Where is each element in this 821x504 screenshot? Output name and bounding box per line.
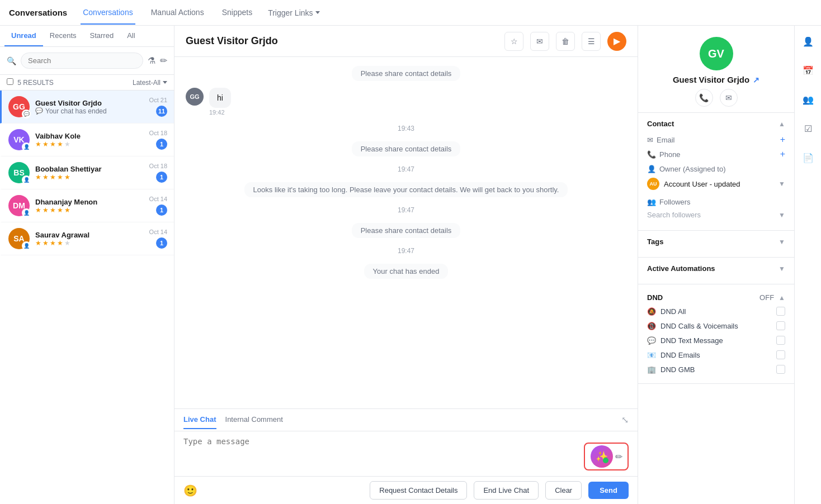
nav-tab-trigger-links[interactable]: Trigger Links [268, 8, 319, 17]
compose-textarea[interactable] [183, 437, 629, 464]
star-2: ★ [43, 140, 49, 148]
ai-overlay: ✨ ✏ [584, 443, 629, 470]
compose-tab-bar: Live Chat Internal Comment ⤡ [174, 409, 638, 431]
sidebar-tab-recents[interactable]: Recents [43, 26, 83, 46]
rail-people-icon[interactable]: 👥 [799, 91, 817, 108]
add-phone-button[interactable]: + [780, 149, 785, 159]
conv-date-3: Oct 18 [149, 163, 167, 169]
conversation-item-4[interactable]: DM 👤 Dhananjay Menon ★ ★ ★ ★ ★ [0, 189, 174, 222]
edit-icon[interactable]: ✏ [160, 55, 167, 66]
nav-tab-snippets[interactable]: Snippets [220, 1, 254, 25]
email-button[interactable]: ✉ [530, 32, 549, 51]
nav-tab-conversations[interactable]: Conversations [81, 1, 135, 25]
dnd-gmb-checkbox[interactable] [776, 365, 785, 374]
external-link-icon[interactable]: ↗ [753, 75, 759, 84]
sidebar-tab-starred[interactable]: Starred [83, 26, 121, 46]
compose-area: Live Chat Internal Comment ⤡ ✨ ✏ 🙂 Reque… [174, 408, 638, 504]
select-all-checkbox[interactable] [7, 78, 13, 85]
conversation-item-5[interactable]: SA 👤 Saurav Agrawal ★ ★ ★ ★ ★ [0, 222, 174, 255]
trigger-links-chevron-icon [315, 11, 320, 14]
sort-dropdown[interactable]: Latest-All [133, 79, 167, 87]
add-email-button[interactable]: + [780, 135, 785, 145]
timestamp-1943: 19:43 [186, 125, 626, 132]
chat-area: Guest Visitor Grjdo ☆ ✉ 🗑 ☰ ▶ Please sha… [174, 26, 638, 504]
ai-magic-icon[interactable]: ✨ [591, 445, 613, 468]
star-2: ★ [43, 239, 49, 247]
dnd-all-row: 🔕 DND All [647, 304, 785, 318]
star-4: ★ [57, 140, 63, 148]
conv-date-4: Oct 14 [149, 196, 167, 202]
conv-meta-3: Oct 18 1 [149, 163, 167, 183]
delete-button[interactable]: 🗑 [556, 32, 575, 51]
system-msg-3: Looks like it's taking too long. Please … [244, 182, 568, 197]
conv-body-3: Boobalan Shettiyar ★ ★ ★ ★ ★ [35, 165, 144, 181]
clear-button[interactable]: Clear [545, 481, 582, 500]
filter-row: 5 RESULTS Latest-All [0, 75, 174, 91]
owner-icon: 👤 [647, 165, 656, 173]
rail-calendar-icon[interactable]: 📅 [799, 61, 817, 79]
chat-icon-1: 💬 [35, 107, 43, 115]
send-button[interactable]: Send [588, 482, 629, 499]
dnd-collapse-icon: ▲ [778, 294, 785, 302]
request-contact-details-button[interactable]: Request Contact Details [370, 481, 467, 500]
conversation-list: GG 💬 Guest Visitor Grjdo 💬 Your chat has… [0, 91, 174, 504]
tags-expand-icon: ▼ [778, 238, 785, 246]
owner-avatar: AU [647, 178, 659, 190]
dnd-all-icon: 🔕 [647, 307, 656, 316]
bubble-avatar: GG [186, 88, 204, 106]
automations-section-header[interactable]: Active Automations ▼ [647, 264, 785, 273]
dnd-all-checkbox[interactable] [776, 307, 785, 316]
pencil-icon[interactable]: ✏ [615, 451, 622, 462]
system-msg-4: Please share contact details [352, 223, 461, 238]
compose-expand-icon[interactable]: ⤡ [621, 415, 629, 425]
conversation-item-1[interactable]: GG 💬 Guest Visitor Grjdo 💬 Your chat has… [0, 91, 174, 123]
dnd-emails-label: 📧 DND Emails [647, 351, 700, 359]
compose-tab-live-chat[interactable]: Live Chat [183, 411, 216, 429]
filter-button[interactable]: ☰ [582, 32, 601, 51]
search-followers-text[interactable]: Search followers [647, 211, 701, 219]
sidebar-tab-unread[interactable]: Unread [4, 26, 43, 46]
bubble-text: hi [209, 88, 231, 108]
nav-tab-manual-actions[interactable]: Manual Actions [149, 1, 206, 25]
chat-header: Guest Visitor Grjdo ☆ ✉ 🗑 ☰ ▶ [174, 26, 638, 57]
timestamp-1947-a: 19:47 [186, 165, 626, 173]
followers-collapse-icon: ▼ [778, 211, 785, 219]
compose-input-area: ✨ ✏ [174, 431, 638, 476]
star-2: ★ [43, 173, 49, 181]
dnd-emails-checkbox[interactable] [776, 350, 785, 359]
conv-body-1: Guest Visitor Grjdo 💬 Your chat has ende… [35, 99, 144, 115]
conv-badge-2: 1 [156, 139, 167, 150]
expand-button[interactable]: ▶ [607, 32, 626, 51]
conv-name-2: Vaibhav Kole [35, 132, 144, 140]
dnd-text-checkbox[interactable] [776, 336, 785, 345]
search-input[interactable] [21, 53, 143, 69]
conv-body-5: Saurav Agrawal ★ ★ ★ ★ ★ [35, 231, 144, 247]
tags-section-header[interactable]: Tags ▼ [647, 237, 785, 246]
conversation-item-2[interactable]: VK 👤 Vaibhav Kole ★ ★ ★ ★ ★ [0, 123, 174, 156]
conversation-item-3[interactable]: BS 👤 Boobalan Shettiyar ★ ★ ★ ★ ★ [0, 156, 174, 189]
rail-person-icon[interactable]: 👤 [799, 32, 817, 50]
phone-button[interactable]: 📞 [695, 89, 713, 107]
dnd-calls-checkbox[interactable] [776, 321, 785, 330]
star-4: ★ [57, 206, 63, 214]
timestamp-1947-b: 19:47 [186, 206, 626, 214]
conv-date-2: Oct 18 [149, 130, 167, 136]
end-live-chat-button[interactable]: End Live Chat [474, 481, 539, 500]
contact-section-header[interactable]: Contact ▲ [647, 120, 785, 128]
email-contact-button[interactable]: ✉ [720, 89, 738, 107]
star-4: ★ [57, 239, 63, 247]
filter-icon[interactable]: ⚗ [148, 55, 155, 66]
sidebar-tab-all[interactable]: All [120, 26, 141, 46]
star-4: ★ [57, 173, 63, 181]
conv-name-1: Guest Visitor Grjdo [35, 99, 144, 107]
rail-document-icon[interactable]: 📄 [799, 149, 817, 167]
owner-collapse-icon: ▼ [778, 180, 785, 188]
conv-name-3: Boobalan Shettiyar [35, 165, 144, 173]
rail-checkbox-icon[interactable]: ☑ [799, 120, 817, 137]
email-field-row: ✉ Email + [647, 132, 785, 147]
dnd-section: DND OFF ▲ 🔕 DND All 📵 DND Calls & Voicem… [638, 284, 794, 384]
star-button[interactable]: ☆ [504, 32, 523, 51]
compose-tab-internal-comment[interactable]: Internal Comment [225, 411, 283, 429]
star-3: ★ [50, 173, 56, 181]
emoji-button[interactable]: 🙂 [183, 484, 197, 497]
